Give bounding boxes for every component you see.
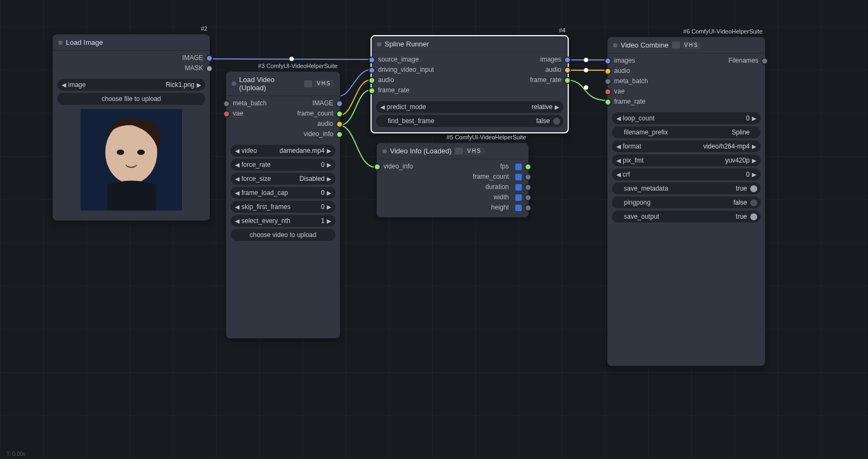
- widget-force-size[interactable]: ◀force_sizeDisabled▶: [231, 173, 335, 185]
- node-header[interactable]: Load Video (Upload) VHS: [226, 72, 340, 96]
- toggle-icon[interactable]: [750, 199, 757, 206]
- node-tag: #4: [559, 26, 566, 34]
- port-mask-out[interactable]: [206, 65, 213, 72]
- port-audio-in[interactable]: [368, 77, 375, 84]
- widget-image-select[interactable]: ◀ image Rick1.png ▶: [57, 79, 205, 91]
- port-vae-in[interactable]: [223, 110, 230, 117]
- color-badge-icon: [515, 164, 522, 170]
- port-duration-out[interactable]: [524, 184, 531, 191]
- node-tag: #5 ComfyUI-VideoHelperSuite: [447, 133, 526, 141]
- svg-point-7: [117, 150, 124, 155]
- node-header[interactable]: Video Combine VHS: [608, 37, 765, 53]
- node-video-combine[interactable]: #6 ComfyUI-VideoHelperSuite Video Combin…: [607, 37, 765, 366]
- port-meta-batch-in[interactable]: [223, 100, 230, 107]
- svg-point-8: [137, 150, 145, 155]
- input-frame-rate-label: frame_rate: [372, 87, 409, 94]
- widget-pingpong[interactable]: pingpongfalse: [612, 197, 761, 208]
- input-frame-rate-label: frame_rate: [608, 98, 645, 105]
- widget-save-metadata[interactable]: save_metadatatrue: [612, 183, 761, 194]
- input-meta-batch-label: meta_batch: [608, 78, 648, 85]
- widget-predict-mode[interactable]: ◀predict_moderelative▶: [376, 101, 563, 113]
- port-video-info-in[interactable]: [374, 163, 381, 170]
- vhs-badge: VHS: [681, 42, 702, 49]
- output-filenames-label: Filenames: [729, 57, 765, 64]
- node-title: Video Combine: [621, 41, 669, 49]
- output-fps-label: fps: [500, 163, 509, 170]
- input-images-label: images: [608, 57, 635, 64]
- output-frame-count-label: frame_count: [473, 173, 509, 180]
- widget-video-select[interactable]: ◀videodamedane.mp4▶: [231, 145, 335, 157]
- port-frame-rate-in[interactable]: [604, 98, 611, 105]
- output-width-label: width: [494, 194, 509, 201]
- output-mask-label: MASK: [185, 65, 203, 72]
- input-source-image-label: source_image: [372, 56, 419, 63]
- choose-video-button[interactable]: choose video to upload: [231, 229, 335, 241]
- port-images-out[interactable]: [564, 56, 571, 63]
- port-audio-out[interactable]: [336, 120, 343, 127]
- port-width-out[interactable]: [524, 194, 531, 201]
- port-images-in[interactable]: [604, 57, 611, 64]
- vhs-icon: [672, 42, 680, 49]
- collapse-dot-icon[interactable]: [613, 43, 617, 48]
- collapse-dot-icon[interactable]: [377, 42, 381, 46]
- port-source-image-in[interactable]: [368, 56, 375, 63]
- widget-format[interactable]: ◀formatvideo/h264-mp4▶: [612, 140, 761, 152]
- collapse-dot-icon[interactable]: [58, 40, 63, 45]
- widget-force-rate[interactable]: ◀force_rate0▶: [231, 159, 335, 171]
- port-filenames-out[interactable]: [761, 57, 768, 64]
- widget-loop-count[interactable]: ◀loop_count0▶: [612, 112, 761, 124]
- port-driving-video-in[interactable]: [368, 66, 375, 73]
- node-header[interactable]: Load Image: [53, 35, 210, 51]
- port-audio-out[interactable]: [564, 66, 571, 73]
- widget-crf[interactable]: ◀crf0▶: [612, 168, 761, 180]
- widget-frame-load-cap[interactable]: ◀frame_load_cap0▶: [231, 187, 335, 199]
- node-header[interactable]: Spline Runner: [372, 36, 568, 52]
- port-meta-batch-in[interactable]: [604, 78, 611, 85]
- port-frame-rate-out[interactable]: [564, 77, 571, 84]
- output-height-label: height: [491, 204, 509, 211]
- port-frame-rate-in[interactable]: [368, 87, 375, 94]
- port-video-info-out[interactable]: [336, 131, 343, 138]
- port-image-out[interactable]: [336, 100, 343, 107]
- svg-point-2: [584, 68, 588, 72]
- widget-save-output[interactable]: save_outputtrue: [612, 211, 761, 222]
- node-tag: #3 ComfyUI-VideoHelperSuite: [258, 62, 338, 70]
- collapse-dot-icon[interactable]: [382, 149, 387, 153]
- toggle-icon[interactable]: [750, 213, 757, 220]
- canvas[interactable]: #2 Load Image IMAGE MASK ◀ image Rick1.p…: [0, 0, 868, 459]
- toggle-icon[interactable]: [750, 185, 757, 192]
- input-driving-video-label: driving_video_input: [372, 66, 434, 73]
- widget-find-best-frame[interactable]: find_best_framefalse: [376, 115, 563, 127]
- port-vae-in[interactable]: [604, 88, 611, 95]
- svg-point-0: [290, 57, 294, 61]
- port-fps-out[interactable]: [524, 163, 531, 170]
- chevron-right-icon[interactable]: ▶: [196, 82, 202, 89]
- image-preview[interactable]: [80, 109, 182, 211]
- widget-filename-prefix[interactable]: filename_prefixSpline: [612, 126, 761, 138]
- port-frame-count-out[interactable]: [524, 173, 531, 180]
- color-badge-icon: [515, 174, 522, 180]
- port-image-out[interactable]: [206, 55, 213, 62]
- node-load-video[interactable]: #3 ComfyUI-VideoHelperSuite Load Video (…: [226, 71, 340, 339]
- svg-point-3: [584, 85, 588, 90]
- color-badge-icon: [515, 184, 522, 191]
- node-title: Load Video (Upload): [239, 76, 301, 92]
- widget-pix-fmt[interactable]: ◀pix_fmtyuv420p▶: [612, 154, 761, 166]
- collapse-dot-icon[interactable]: [232, 82, 236, 86]
- node-video-info[interactable]: #5 ComfyUI-VideoHelperSuite Video Info (…: [376, 143, 529, 218]
- port-audio-in[interactable]: [604, 68, 611, 75]
- color-badge-icon: [515, 194, 522, 201]
- port-height-out[interactable]: [524, 204, 531, 211]
- port-frame-count-out[interactable]: [336, 110, 343, 117]
- chevron-left-icon[interactable]: ◀: [60, 82, 67, 89]
- node-tag: #2: [201, 25, 207, 32]
- svg-point-1: [584, 58, 588, 62]
- toggle-icon[interactable]: [553, 118, 560, 125]
- widget-select-every-nth[interactable]: ◀select_every_nth1▶: [231, 215, 335, 227]
- output-duration-label: duration: [486, 184, 509, 191]
- node-load-image[interactable]: #2 Load Image IMAGE MASK ◀ image Rick1.p…: [52, 34, 210, 221]
- widget-skip-first-frames[interactable]: ◀skip_first_frames0▶: [231, 201, 335, 213]
- choose-file-button[interactable]: choose file to upload: [57, 93, 205, 105]
- node-spline-runner[interactable]: #4 Spline Runner source_image images dri…: [371, 35, 569, 133]
- node-header[interactable]: Video Info (Loaded) VHS: [377, 143, 528, 159]
